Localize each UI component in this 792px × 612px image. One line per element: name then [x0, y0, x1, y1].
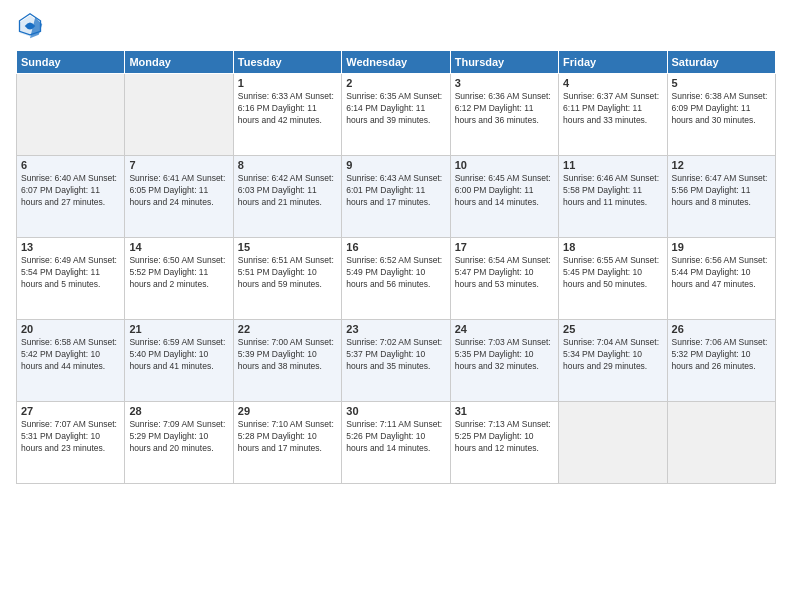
day-info: Sunrise: 7:03 AM Sunset: 5:35 PM Dayligh… — [455, 337, 554, 373]
day-info: Sunrise: 6:45 AM Sunset: 6:00 PM Dayligh… — [455, 173, 554, 209]
calendar-cell: 28Sunrise: 7:09 AM Sunset: 5:29 PM Dayli… — [125, 402, 233, 484]
logo-icon — [16, 12, 44, 40]
day-number: 8 — [238, 159, 337, 171]
header — [16, 12, 776, 40]
calendar-cell: 9Sunrise: 6:43 AM Sunset: 6:01 PM Daylig… — [342, 156, 450, 238]
day-header-monday: Monday — [125, 51, 233, 74]
day-number: 6 — [21, 159, 120, 171]
day-info: Sunrise: 6:50 AM Sunset: 5:52 PM Dayligh… — [129, 255, 228, 291]
day-number: 4 — [563, 77, 662, 89]
calendar-cell: 27Sunrise: 7:07 AM Sunset: 5:31 PM Dayli… — [17, 402, 125, 484]
calendar-cell: 26Sunrise: 7:06 AM Sunset: 5:32 PM Dayli… — [667, 320, 775, 402]
day-info: Sunrise: 7:10 AM Sunset: 5:28 PM Dayligh… — [238, 419, 337, 455]
day-info: Sunrise: 7:13 AM Sunset: 5:25 PM Dayligh… — [455, 419, 554, 455]
calendar-cell: 5Sunrise: 6:38 AM Sunset: 6:09 PM Daylig… — [667, 74, 775, 156]
day-number: 11 — [563, 159, 662, 171]
calendar-cell: 20Sunrise: 6:58 AM Sunset: 5:42 PM Dayli… — [17, 320, 125, 402]
day-number: 31 — [455, 405, 554, 417]
day-header-saturday: Saturday — [667, 51, 775, 74]
day-header-thursday: Thursday — [450, 51, 558, 74]
calendar-cell: 18Sunrise: 6:55 AM Sunset: 5:45 PM Dayli… — [559, 238, 667, 320]
day-header-wednesday: Wednesday — [342, 51, 450, 74]
day-info: Sunrise: 6:33 AM Sunset: 6:16 PM Dayligh… — [238, 91, 337, 127]
day-info: Sunrise: 6:59 AM Sunset: 5:40 PM Dayligh… — [129, 337, 228, 373]
day-info: Sunrise: 6:38 AM Sunset: 6:09 PM Dayligh… — [672, 91, 771, 127]
page: SundayMondayTuesdayWednesdayThursdayFrid… — [0, 0, 792, 612]
day-info: Sunrise: 7:11 AM Sunset: 5:26 PM Dayligh… — [346, 419, 445, 455]
day-info: Sunrise: 6:37 AM Sunset: 6:11 PM Dayligh… — [563, 91, 662, 127]
calendar-cell: 21Sunrise: 6:59 AM Sunset: 5:40 PM Dayli… — [125, 320, 233, 402]
day-number: 21 — [129, 323, 228, 335]
day-info: Sunrise: 6:47 AM Sunset: 5:56 PM Dayligh… — [672, 173, 771, 209]
calendar-header-row: SundayMondayTuesdayWednesdayThursdayFrid… — [17, 51, 776, 74]
day-number: 18 — [563, 241, 662, 253]
calendar-cell: 4Sunrise: 6:37 AM Sunset: 6:11 PM Daylig… — [559, 74, 667, 156]
day-number: 2 — [346, 77, 445, 89]
day-info: Sunrise: 6:41 AM Sunset: 6:05 PM Dayligh… — [129, 173, 228, 209]
day-number: 22 — [238, 323, 337, 335]
day-info: Sunrise: 6:42 AM Sunset: 6:03 PM Dayligh… — [238, 173, 337, 209]
day-number: 25 — [563, 323, 662, 335]
calendar-cell: 11Sunrise: 6:46 AM Sunset: 5:58 PM Dayli… — [559, 156, 667, 238]
day-number: 19 — [672, 241, 771, 253]
logo — [16, 12, 48, 40]
day-number: 23 — [346, 323, 445, 335]
day-info: Sunrise: 7:07 AM Sunset: 5:31 PM Dayligh… — [21, 419, 120, 455]
day-header-tuesday: Tuesday — [233, 51, 341, 74]
day-number: 5 — [672, 77, 771, 89]
day-info: Sunrise: 6:55 AM Sunset: 5:45 PM Dayligh… — [563, 255, 662, 291]
day-info: Sunrise: 6:51 AM Sunset: 5:51 PM Dayligh… — [238, 255, 337, 291]
day-info: Sunrise: 7:00 AM Sunset: 5:39 PM Dayligh… — [238, 337, 337, 373]
calendar-cell: 23Sunrise: 7:02 AM Sunset: 5:37 PM Dayli… — [342, 320, 450, 402]
day-header-sunday: Sunday — [17, 51, 125, 74]
calendar-cell: 14Sunrise: 6:50 AM Sunset: 5:52 PM Dayli… — [125, 238, 233, 320]
day-number: 7 — [129, 159, 228, 171]
calendar-cell: 2Sunrise: 6:35 AM Sunset: 6:14 PM Daylig… — [342, 74, 450, 156]
day-number: 26 — [672, 323, 771, 335]
day-info: Sunrise: 6:35 AM Sunset: 6:14 PM Dayligh… — [346, 91, 445, 127]
calendar-cell: 13Sunrise: 6:49 AM Sunset: 5:54 PM Dayli… — [17, 238, 125, 320]
calendar-week-5: 27Sunrise: 7:07 AM Sunset: 5:31 PM Dayli… — [17, 402, 776, 484]
calendar-cell: 25Sunrise: 7:04 AM Sunset: 5:34 PM Dayli… — [559, 320, 667, 402]
day-info: Sunrise: 6:46 AM Sunset: 5:58 PM Dayligh… — [563, 173, 662, 209]
day-number: 17 — [455, 241, 554, 253]
day-info: Sunrise: 7:09 AM Sunset: 5:29 PM Dayligh… — [129, 419, 228, 455]
day-info: Sunrise: 7:04 AM Sunset: 5:34 PM Dayligh… — [563, 337, 662, 373]
calendar-cell: 8Sunrise: 6:42 AM Sunset: 6:03 PM Daylig… — [233, 156, 341, 238]
day-info: Sunrise: 7:02 AM Sunset: 5:37 PM Dayligh… — [346, 337, 445, 373]
calendar-week-1: 1Sunrise: 6:33 AM Sunset: 6:16 PM Daylig… — [17, 74, 776, 156]
calendar-cell: 30Sunrise: 7:11 AM Sunset: 5:26 PM Dayli… — [342, 402, 450, 484]
day-number: 3 — [455, 77, 554, 89]
calendar-cell: 6Sunrise: 6:40 AM Sunset: 6:07 PM Daylig… — [17, 156, 125, 238]
day-info: Sunrise: 6:58 AM Sunset: 5:42 PM Dayligh… — [21, 337, 120, 373]
day-number: 24 — [455, 323, 554, 335]
day-info: Sunrise: 6:40 AM Sunset: 6:07 PM Dayligh… — [21, 173, 120, 209]
calendar-cell: 17Sunrise: 6:54 AM Sunset: 5:47 PM Dayli… — [450, 238, 558, 320]
calendar-week-4: 20Sunrise: 6:58 AM Sunset: 5:42 PM Dayli… — [17, 320, 776, 402]
day-info: Sunrise: 6:56 AM Sunset: 5:44 PM Dayligh… — [672, 255, 771, 291]
calendar-cell — [667, 402, 775, 484]
day-number: 14 — [129, 241, 228, 253]
day-number: 30 — [346, 405, 445, 417]
day-number: 16 — [346, 241, 445, 253]
calendar-cell: 1Sunrise: 6:33 AM Sunset: 6:16 PM Daylig… — [233, 74, 341, 156]
day-number: 12 — [672, 159, 771, 171]
calendar-cell: 16Sunrise: 6:52 AM Sunset: 5:49 PM Dayli… — [342, 238, 450, 320]
calendar-cell: 22Sunrise: 7:00 AM Sunset: 5:39 PM Dayli… — [233, 320, 341, 402]
day-number: 29 — [238, 405, 337, 417]
calendar-cell — [559, 402, 667, 484]
day-number: 10 — [455, 159, 554, 171]
day-number: 9 — [346, 159, 445, 171]
calendar-cell — [17, 74, 125, 156]
calendar-table: SundayMondayTuesdayWednesdayThursdayFrid… — [16, 50, 776, 484]
day-info: Sunrise: 6:49 AM Sunset: 5:54 PM Dayligh… — [21, 255, 120, 291]
day-info: Sunrise: 6:36 AM Sunset: 6:12 PM Dayligh… — [455, 91, 554, 127]
calendar-cell: 19Sunrise: 6:56 AM Sunset: 5:44 PM Dayli… — [667, 238, 775, 320]
day-number: 28 — [129, 405, 228, 417]
calendar-cell: 15Sunrise: 6:51 AM Sunset: 5:51 PM Dayli… — [233, 238, 341, 320]
calendar-cell: 3Sunrise: 6:36 AM Sunset: 6:12 PM Daylig… — [450, 74, 558, 156]
calendar-cell: 31Sunrise: 7:13 AM Sunset: 5:25 PM Dayli… — [450, 402, 558, 484]
day-info: Sunrise: 6:52 AM Sunset: 5:49 PM Dayligh… — [346, 255, 445, 291]
day-number: 15 — [238, 241, 337, 253]
day-number: 13 — [21, 241, 120, 253]
